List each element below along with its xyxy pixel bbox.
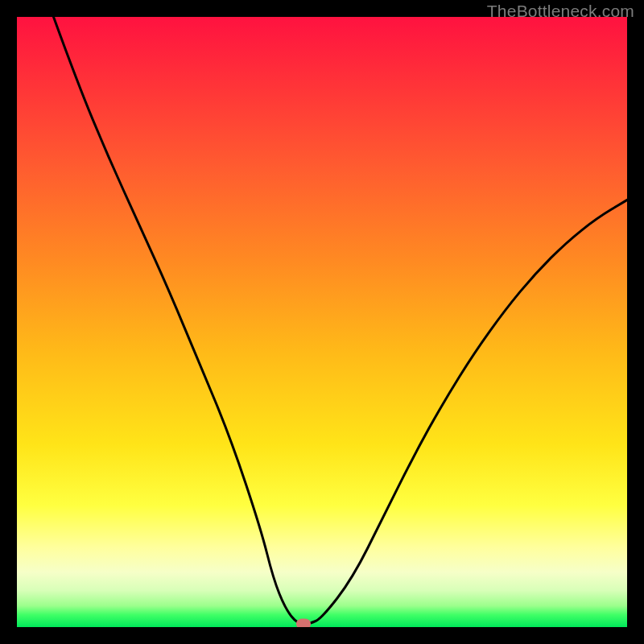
chart-frame: TheBottleneck.com: [0, 0, 644, 644]
bottleneck-curve-path: [54, 17, 628, 624]
optimum-marker: [296, 619, 311, 627]
curve-svg: [17, 17, 627, 627]
plot-area: [17, 17, 627, 627]
watermark-text: TheBottleneck.com: [487, 2, 634, 21]
